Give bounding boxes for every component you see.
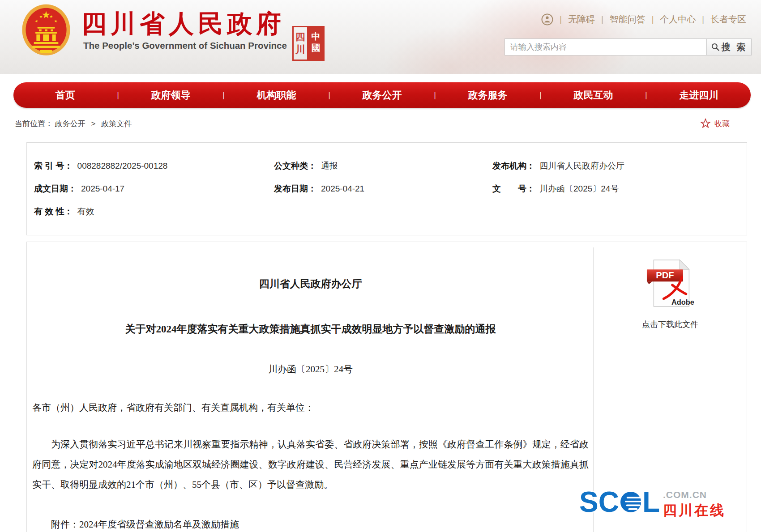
nav-item-institutional-functions[interactable]: 机构职能 (225, 89, 328, 102)
nav-item-into-sichuan[interactable]: 走进四川 (647, 89, 751, 102)
seal-left-text: 四川 (292, 26, 307, 61)
meta-value: 川办函〔2025〕24号 (539, 183, 619, 195)
meta-row: 有 效 性： 有效 (27, 200, 747, 223)
adobe-brand-text: Adobe (671, 298, 694, 306)
accessibility-person-icon[interactable] (541, 13, 553, 26)
star-icon (700, 118, 711, 129)
favorite-button[interactable]: 收藏 (700, 118, 730, 129)
scol-domain: .COM.CN (663, 489, 726, 500)
meta-document-type: 公文种类： 通报 (274, 160, 492, 172)
separator: | (702, 15, 704, 24)
site-title: 四川省人民政府 (81, 7, 285, 41)
document-attachment-line: 附件：2024年度省级督查激励名单及激励措施 (32, 518, 589, 531)
separator: | (652, 15, 654, 24)
meta-issuing-agency: 发布机构： 四川省人民政府办公厅 (492, 160, 747, 172)
meta-label: 成文日期： (34, 183, 77, 195)
breadcrumb-link-disclosure[interactable]: 政务公开 (55, 119, 86, 128)
breadcrumb-link-policy-documents[interactable]: 政策文件 (101, 119, 132, 128)
meta-label: 文 号： (492, 183, 535, 195)
main-nav: 首页 | 政府领导 | 机构职能 | 政务公开 | 政务服务 | 政民互动 | … (13, 82, 751, 108)
separator: | (560, 15, 562, 24)
scol-chinese-name: 四川在线 (663, 501, 726, 520)
meta-validity: 有 效 性： 有效 (27, 206, 274, 217)
scol-watermark: SC L .COM.CN 四川在线 (579, 488, 726, 520)
meta-value: 四川省人民政府办公厅 (539, 160, 624, 172)
nav-item-home[interactable]: 首页 (13, 89, 117, 102)
nav-item-government-services[interactable]: 政务服务 (436, 89, 539, 102)
meta-label: 索 引 号： (34, 160, 73, 172)
utility-link-senior-zone[interactable]: 长者专区 (710, 13, 746, 26)
breadcrumb-prefix: 当前位置： (15, 119, 53, 128)
meta-value: 2025-04-21 (321, 184, 364, 194)
site-subtitle: The People’s Government of Sichuan Provi… (83, 40, 287, 51)
nav-item-government-leaders[interactable]: 政府领导 (119, 89, 222, 102)
document-salutation: 各市（州）人民政府，省政府有关部门、有关直属机构，有关单位： (32, 401, 589, 414)
document-body: 四川省人民政府办公厅 关于对2024年度落实有关重大政策措施真抓实干成效明显地方… (27, 242, 594, 531)
document-paragraph: 为深入贯彻落实习近平总书记来川视察重要指示精神，认真落实省委、省政府决策部署，按… (32, 434, 589, 495)
favorite-label: 收藏 (714, 119, 730, 129)
document-meta-card: 索 引 号： 008282882/2025-00128 公文种类： 通报 发布机… (26, 142, 747, 235)
scol-letter-l: L (642, 488, 660, 516)
search-button-label: 搜 索 (722, 41, 748, 53)
utility-link-smart-qa[interactable]: 智能问答 (610, 13, 646, 26)
search-input[interactable] (504, 38, 707, 55)
utility-links: | 无障碍 | 智能问答 | 个人中心 | 长者专区 (541, 13, 746, 26)
pdf-download-link[interactable]: PDF Adobe 点击下载此文件 (594, 258, 747, 330)
globe-icon (619, 490, 643, 514)
nav-item-government-affairs-disclosure[interactable]: 政务公开 (330, 89, 434, 102)
meta-value: 通报 (321, 160, 338, 172)
meta-label: 有 效 性： (34, 206, 73, 217)
utility-link-personal-center[interactable]: 个人中心 (660, 13, 696, 26)
utility-link-accessibility[interactable]: 无障碍 (568, 13, 595, 26)
magnifier-icon (711, 43, 720, 51)
meta-row: 索 引 号： 008282882/2025-00128 公文种类： 通报 发布机… (27, 154, 747, 177)
meta-value: 008282882/2025-00128 (77, 161, 168, 171)
site-header: 四川省人民政府 The People’s Government of Sichu… (0, 0, 761, 74)
meta-row: 成文日期： 2025-04-17 发布日期： 2025-04-21 文 号： 川… (27, 177, 747, 200)
meta-written-date: 成文日期： 2025-04-17 (27, 183, 274, 195)
document-org: 四川省人民政府办公厅 (32, 277, 589, 291)
document-title: 关于对2024年度落实有关重大政策措施真抓实干成效明显地方予以督查激励的通报 (32, 322, 589, 336)
pdf-file-icon: PDF Adobe (646, 258, 694, 308)
scol-wordmark: SC L (579, 488, 660, 516)
search-bar: 搜 索 (504, 38, 752, 55)
meta-value: 有效 (77, 206, 94, 217)
meta-document-number: 文 号： 川办函〔2025〕24号 (492, 183, 747, 195)
scol-letters-sc: SC (579, 488, 619, 516)
pdf-badge-text: PDF (656, 270, 674, 280)
national-emblem (21, 3, 72, 59)
meta-index-number: 索 引 号： 008282882/2025-00128 (27, 160, 274, 172)
meta-value: 2025-04-17 (81, 184, 124, 194)
document-number-line: 川办函〔2025〕24号 (32, 363, 589, 375)
breadcrumb: 当前位置： 政务公开 > 政策文件 (15, 119, 132, 129)
meta-publish-date: 发布日期： 2025-04-21 (274, 183, 492, 195)
meta-label: 公文种类： (274, 160, 316, 172)
separator: | (601, 15, 603, 24)
seal-right-text: 中國 (307, 26, 325, 61)
meta-label: 发布日期： (274, 183, 316, 195)
breadcrumb-row: 当前位置： 政务公开 > 政策文件 收藏 (15, 118, 730, 129)
nav-item-public-interaction[interactable]: 政民互动 (542, 89, 645, 102)
download-label: 点击下载此文件 (642, 319, 698, 330)
breadcrumb-separator: > (91, 119, 95, 128)
scol-domain-block: .COM.CN 四川在线 (663, 488, 726, 520)
official-seal: 四川 中國 (292, 26, 325, 61)
meta-label: 发布机构： (492, 160, 535, 172)
search-button[interactable]: 搜 索 (707, 38, 752, 55)
